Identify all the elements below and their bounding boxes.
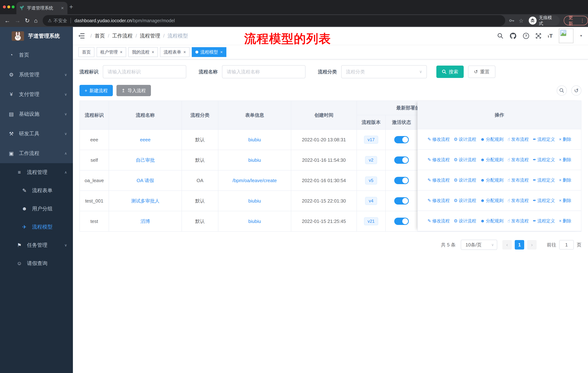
action-link[interactable]: ✎ 修改流程 (427, 198, 450, 203)
action-link[interactable]: ☝ 发布流程 (507, 198, 529, 203)
key-filter-input[interactable] (103, 65, 186, 78)
refresh-button[interactable]: ↺ (571, 85, 581, 96)
sidebar-item[interactable]: ▤ 基础设施 ∨ (0, 104, 73, 124)
action-link[interactable]: ☻ 分配规则 (480, 157, 504, 163)
close-icon[interactable]: × (120, 50, 123, 55)
model-name-link[interactable]: 自己审批 (136, 157, 155, 163)
version-badge[interactable]: v2 (365, 156, 377, 164)
update-button[interactable]: 更新 ⋮ (564, 16, 588, 25)
reload-icon[interactable]: ↻ (25, 17, 30, 24)
breadcrumb-item[interactable]: / 工作流程 (108, 32, 133, 39)
text-size-icon[interactable]: тT (547, 33, 553, 39)
active-toggle[interactable] (394, 197, 409, 204)
tab-close-icon[interactable]: × (60, 5, 64, 11)
avatar[interactable] (559, 29, 573, 43)
import-model-button[interactable]: ↥ 导入流程 (116, 85, 151, 96)
incognito-badge[interactable]: 无痕模式 (528, 15, 560, 26)
active-toggle[interactable] (394, 177, 409, 184)
action-link[interactable]: ☝ 发布流程 (507, 136, 529, 142)
action-link[interactable]: ☻ 分配规则 (480, 177, 504, 183)
active-toggle[interactable] (394, 156, 409, 164)
close-icon[interactable]: × (183, 50, 186, 55)
sidebar-item[interactable]: ✈ 流程模型 (0, 218, 73, 236)
action-link[interactable]: × 删除 (559, 198, 571, 203)
action-link[interactable]: ✒ 流程定义 (533, 177, 555, 183)
form-link[interactable]: biubiu (248, 198, 261, 204)
model-name-link[interactable]: 滔博 (141, 219, 150, 224)
model-name-link[interactable]: eeee (140, 137, 151, 142)
model-name-link[interactable]: OA 请假 (136, 178, 154, 183)
action-link[interactable]: ⚙ 设计流程 (454, 136, 476, 142)
show-search-button[interactable] (557, 85, 567, 96)
sidebar-item[interactable]: ⚒ 研发工具 ∨ (0, 124, 73, 143)
active-toggle[interactable] (394, 136, 409, 143)
version-badge[interactable]: v5 (365, 176, 377, 184)
close-icon[interactable]: × (220, 50, 223, 55)
help-icon[interactable]: ? (523, 33, 529, 39)
tag-item[interactable]: 首页 (78, 47, 94, 57)
action-link[interactable]: ⚙ 设计流程 (454, 218, 476, 224)
window-zoom-button[interactable] (12, 5, 15, 8)
sidebar-item[interactable]: ☺ 请假查询 (0, 254, 73, 272)
page-size-select[interactable]: 10条/页 ∨ (461, 240, 497, 250)
action-link[interactable]: × 删除 (559, 218, 571, 224)
breadcrumb-item[interactable]: / 流程模型 (163, 32, 188, 39)
goto-page-input[interactable] (559, 240, 574, 250)
action-link[interactable]: ☻ 分配规则 (480, 198, 504, 203)
action-link[interactable]: × 删除 (559, 177, 571, 183)
sidebar-item[interactable]: ☻ 用户分组 (0, 200, 73, 218)
chevron-left-icon[interactable]: ‹ (502, 240, 512, 250)
action-link[interactable]: ✒ 流程定义 (533, 198, 555, 203)
browser-tab[interactable]: 芋道管理系统 × (16, 2, 67, 14)
action-link[interactable]: × 删除 (559, 136, 571, 142)
breadcrumb-item[interactable]: / 首页 (90, 32, 105, 39)
form-link[interactable]: biubiu (248, 219, 261, 224)
action-link[interactable]: ⚙ 设计流程 (454, 198, 476, 203)
create-model-button[interactable]: + 新建流程 (79, 85, 113, 96)
avatar-caret-icon[interactable]: ▼ (580, 34, 583, 38)
forward-icon[interactable]: → (15, 17, 21, 24)
form-link[interactable]: biubiu (248, 137, 261, 142)
back-icon[interactable]: ← (4, 17, 10, 24)
sidebar-item[interactable]: ✎ 流程表单 (0, 181, 73, 200)
search-icon[interactable] (497, 33, 504, 39)
browser-menu-icon[interactable]: ⋮ (580, 18, 585, 23)
sidebar-item[interactable]: ▣ 工作流程 ∧ (0, 143, 73, 163)
sidebar-item[interactable]: ≡ 流程管理 ∧ (0, 163, 73, 181)
security-label[interactable]: 不安全 (53, 18, 67, 24)
bookmark-star-icon[interactable]: ☆ (519, 18, 524, 24)
fullscreen-icon[interactable] (536, 33, 541, 39)
action-link[interactable]: ✒ 流程定义 (533, 136, 555, 142)
action-link[interactable]: ⚙ 设计流程 (454, 157, 476, 163)
search-button[interactable]: 搜索 (436, 66, 464, 78)
action-link[interactable]: ✒ 流程定义 (533, 218, 555, 224)
collapse-sidebar-icon[interactable] (78, 33, 84, 39)
home-icon[interactable]: ⌂ (34, 17, 38, 24)
version-badge[interactable]: v17 (364, 136, 378, 144)
version-badge[interactable]: v4 (365, 197, 377, 205)
name-filter-input[interactable] (222, 65, 305, 78)
sidebar-item[interactable]: ◔ 首页 (0, 45, 73, 65)
version-badge[interactable]: v21 (364, 217, 378, 225)
sidebar-item[interactable]: ⚑ 任务管理 ∨ (0, 236, 73, 254)
form-link[interactable]: biubiu (248, 157, 261, 163)
close-icon[interactable]: × (152, 50, 154, 55)
action-link[interactable]: ✒ 流程定义 (533, 157, 555, 163)
action-link[interactable]: ⚙ 设计流程 (454, 177, 476, 183)
active-toggle[interactable] (394, 218, 409, 225)
action-link[interactable]: ☝ 发布流程 (507, 177, 529, 183)
action-link[interactable]: ✎ 修改流程 (427, 218, 450, 224)
action-link[interactable]: ☻ 分配规则 (480, 218, 504, 224)
tag-item[interactable]: 我的流程 × (128, 47, 158, 57)
sidebar-item[interactable]: ⚙ 系统管理 ∨ (0, 65, 73, 84)
category-filter-select[interactable]: 流程分类 ∨ (341, 65, 427, 78)
tag-item[interactable]: 流程模型 × (192, 47, 226, 57)
chevron-right-icon[interactable]: › (527, 240, 537, 250)
password-key-icon[interactable] (509, 18, 515, 23)
action-link[interactable]: × 删除 (559, 157, 571, 163)
action-link[interactable]: ✎ 修改流程 (427, 177, 450, 183)
action-link[interactable]: ☝ 发布流程 (507, 218, 529, 224)
github-icon[interactable] (510, 32, 516, 39)
action-link[interactable]: ✎ 修改流程 (427, 157, 450, 163)
window-minimize-button[interactable] (7, 5, 10, 8)
